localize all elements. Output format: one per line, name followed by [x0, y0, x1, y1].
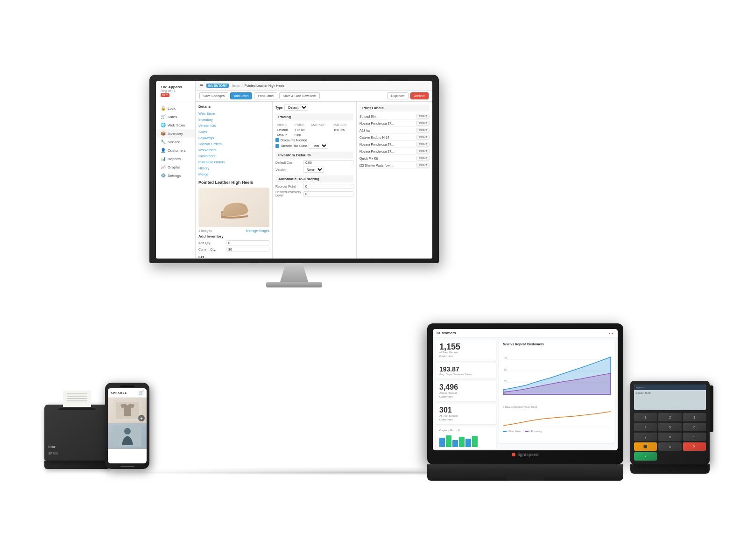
link-sales[interactable]: Sales — [198, 129, 269, 135]
phone-app-logo: APPAREL — [111, 392, 127, 394]
key-1[interactable]: 1 — [634, 413, 657, 421]
print-button-2[interactable]: PRINT — [416, 121, 430, 126]
terminal-body: ingenico Amount: $0.00 1 2 3 4 5 6 7 8 9… — [630, 381, 710, 464]
key-9[interactable]: 9 — [683, 433, 706, 441]
lock-icon: 🔒 — [161, 106, 165, 111]
tax-class-select[interactable]: Item — [309, 143, 328, 149]
print-name-8: i23 Shelter Waterfowl... — [359, 164, 416, 167]
sidebar-item-graphs[interactable]: 📈 Graphs — [156, 163, 195, 171]
desired-inventory-value[interactable]: 0 — [303, 191, 353, 196]
print-button-1[interactable]: PRINT — [416, 114, 430, 119]
link-vendor-ids[interactable]: Vendor IDs — [198, 123, 269, 129]
link-layaways[interactable]: Layaways — [198, 135, 269, 141]
sub-charts: # New Customers / Day Trend — [503, 406, 611, 433]
key-7[interactable]: 7 — [634, 433, 657, 441]
printer-paper — [63, 391, 91, 407]
sidebar-item-customers[interactable]: 👤 Customers — [156, 146, 195, 154]
legend-label-1: # Prev Week — [507, 430, 521, 433]
col-markup: MARKUP — [310, 123, 331, 127]
print-name-4: Cateve Enduro H-14 — [359, 136, 416, 139]
sidebar-item-reports[interactable]: 📊 Reports — [156, 154, 195, 163]
print-button-6[interactable]: PRINT — [416, 149, 430, 154]
svg-text:0: 0 — [504, 392, 506, 394]
metric-label-4: At Risk RepeatCustomers — [439, 414, 493, 422]
legend-color-1 — [503, 431, 507, 432]
sidebar-item-settings[interactable]: ⚙️ Settings — [156, 171, 195, 180]
reorder-point-value[interactable]: 0 — [303, 184, 353, 189]
key-4[interactable]: 4 — [634, 423, 657, 431]
discounts-allowed-row: Discounts Allowed — [275, 138, 353, 142]
menu-icon[interactable]: ☰ — [199, 83, 204, 88]
link-workorders[interactable]: Workorders — [198, 147, 269, 153]
bar-2 — [446, 435, 451, 447]
sidebar-item-sales[interactable]: 🛒 Sales — [156, 112, 195, 121]
price-value-msrp[interactable]: 0.00 — [294, 133, 310, 137]
phone-speaker — [120, 385, 134, 387]
tax-class-label: Tax Class — [293, 144, 307, 147]
sidebar-item-service[interactable]: 🔧 Service — [156, 138, 195, 146]
link-purchase-orders[interactable]: Purchase Orders — [198, 159, 269, 165]
key-yellow[interactable]: ⬛ — [634, 442, 657, 451]
sidebar-item-webstore[interactable]: 🌐 Web Store — [156, 121, 195, 129]
metric-card-3: 3,496 Active RepeatCustomers — [436, 381, 496, 401]
save-start-new-button[interactable]: Save & Start New Item — [279, 92, 320, 99]
link-history[interactable]: History — [198, 165, 269, 171]
print-button-4[interactable]: PRINT — [416, 135, 430, 140]
bar-5 — [465, 439, 471, 447]
key-6[interactable]: 6 — [683, 423, 706, 431]
type-select[interactable]: Default — [284, 105, 308, 111]
tablet-screen: Customers ● ▲ 1,155 of Total RepeatCusto… — [433, 329, 618, 450]
pos-right-panel: Print Labels Striped Shirt PRINT Novara … — [357, 102, 432, 259]
bar-4 — [459, 437, 465, 447]
key-8[interactable]: 8 — [658, 433, 681, 441]
taxable-label: Taxable — [281, 144, 292, 147]
receipt-printer: Star SP700 — [44, 405, 110, 469]
link-inventory[interactable]: Inventory — [198, 117, 269, 123]
key-0[interactable]: 0 — [658, 442, 681, 451]
add-qty-value[interactable]: 0 — [226, 240, 269, 245]
terminal-base — [630, 464, 710, 474]
reports-icon: 📊 — [161, 156, 165, 161]
manage-images-link[interactable]: Manage Images — [246, 229, 269, 232]
pos-topbar: ☰ INVENTORY Items / Pointed Leather High… — [196, 81, 432, 91]
discounts-checkbox[interactable] — [275, 138, 279, 142]
key-green[interactable]: ✓ — [634, 452, 657, 461]
metric-card-4: 301 At Risk RepeatCustomers — [436, 404, 496, 424]
save-changes-button[interactable]: Save Changes — [199, 92, 228, 99]
print-button-3[interactable]: PRINT — [416, 128, 430, 133]
key-red[interactable]: ✕ — [683, 442, 706, 451]
archive-button[interactable]: Archive — [410, 92, 429, 99]
sidebar-item-lock[interactable]: 🔒 Lock — [156, 104, 195, 112]
print-item-3: A23 las PRINT — [359, 127, 430, 134]
chart-title: New vs Repeat Customers — [503, 343, 611, 346]
metric-label-1: of Total RepeatCustomers — [439, 351, 493, 358]
current-qty-value: 80 — [226, 247, 269, 252]
key-5[interactable]: 5 — [658, 423, 681, 431]
duplicate-button[interactable]: Duplicate — [387, 92, 408, 99]
phone-cart-icon: 🛒 — [138, 390, 144, 395]
sidebar-item-inventory[interactable]: 📦 Inventory — [156, 129, 195, 138]
main-chart-card: New vs Repeat Customers — [499, 340, 615, 443]
print-label-button[interactable]: Print Label — [254, 92, 277, 99]
desktop-monitor: The Apparel Register 1 OUT 🔒 Lock 🛒 Sale… — [149, 75, 439, 287]
price-value-default[interactable]: 112.00 — [294, 128, 310, 132]
link-webstore[interactable]: Web Store — [198, 111, 269, 117]
ids-section: IDs System ID 2100000000303 UPC UPC — [198, 255, 269, 259]
vendor-select[interactable]: None — [303, 167, 324, 173]
col-name: NAME — [276, 123, 293, 127]
phone-screen: APPAREL 🛒 + — [108, 388, 147, 463]
print-button-7[interactable]: PRINT — [416, 156, 430, 161]
monitor-base — [266, 282, 322, 287]
phone-add-button[interactable]: + — [138, 415, 145, 421]
key-3[interactable]: 3 — [683, 413, 706, 421]
key-2[interactable]: 2 — [658, 413, 681, 421]
default-cost-value[interactable]: 0.00 — [303, 160, 353, 165]
print-button-8[interactable]: PRINT — [416, 163, 430, 168]
link-special-orders[interactable]: Special Orders — [198, 141, 269, 147]
add-label-button[interactable]: Add Label — [230, 92, 253, 99]
print-button-5[interactable]: PRINT — [416, 142, 430, 147]
chart-svg: 0 25 50 75 — [503, 348, 611, 404]
taxable-checkbox[interactable] — [275, 144, 279, 148]
link-customers[interactable]: Customers — [198, 153, 269, 159]
link-merge[interactable]: Merge — [198, 171, 269, 177]
